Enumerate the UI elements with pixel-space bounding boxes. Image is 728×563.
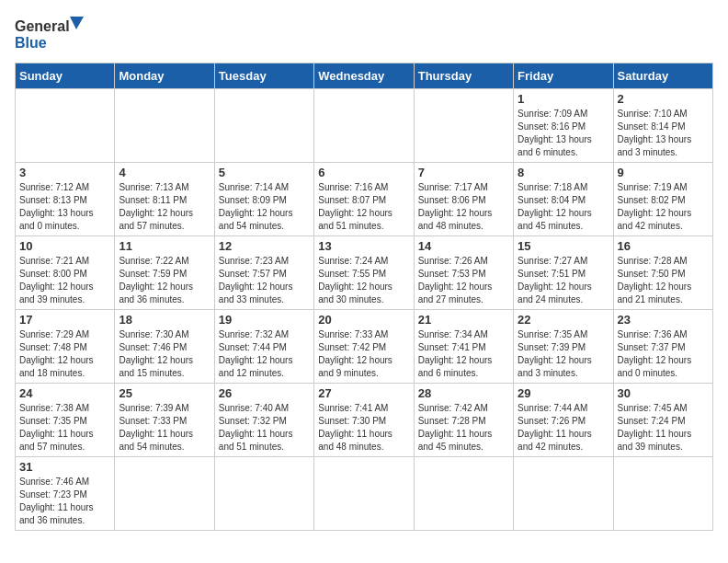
day-info: Sunrise: 7:44 AM Sunset: 7:26 PM Dayligh… (518, 402, 609, 454)
calendar-cell: 13Sunrise: 7:24 AM Sunset: 7:55 PM Dayli… (314, 236, 414, 310)
day-number: 2 (618, 92, 709, 106)
day-info: Sunrise: 7:24 AM Sunset: 7:55 PM Dayligh… (318, 255, 409, 306)
day-number: 27 (318, 386, 409, 400)
calendar-cell: 18Sunrise: 7:30 AM Sunset: 7:46 PM Dayli… (115, 310, 214, 384)
day-number: 23 (618, 313, 709, 327)
calendar-cell: 22Sunrise: 7:35 AM Sunset: 7:39 PM Dayli… (514, 310, 613, 384)
calendar-cell (414, 457, 513, 531)
day-info: Sunrise: 7:18 AM Sunset: 8:04 PM Dayligh… (518, 181, 609, 233)
calendar-cell: 16Sunrise: 7:28 AM Sunset: 7:50 PM Dayli… (613, 236, 712, 310)
day-header-sunday: Sunday (16, 63, 115, 89)
calendar-cell: 9Sunrise: 7:19 AM Sunset: 8:02 PM Daylig… (613, 163, 712, 236)
calendar-cell: 3Sunrise: 7:12 AM Sunset: 8:13 PM Daylig… (16, 163, 115, 236)
day-header-friday: Friday (514, 63, 613, 89)
day-number: 20 (318, 313, 409, 327)
calendar-week-2: 3Sunrise: 7:12 AM Sunset: 8:13 PM Daylig… (16, 163, 713, 236)
day-number: 12 (219, 239, 310, 253)
calendar-week-1: 1Sunrise: 7:09 AM Sunset: 8:16 PM Daylig… (16, 89, 713, 163)
day-info: Sunrise: 7:22 AM Sunset: 7:59 PM Dayligh… (119, 255, 210, 306)
day-info: Sunrise: 7:21 AM Sunset: 8:00 PM Dayligh… (19, 255, 110, 306)
day-number: 30 (618, 386, 709, 400)
calendar-cell (115, 457, 214, 531)
day-number: 15 (518, 239, 609, 253)
day-info: Sunrise: 7:27 AM Sunset: 7:51 PM Dayligh… (518, 255, 609, 306)
day-info: Sunrise: 7:33 AM Sunset: 7:42 PM Dayligh… (318, 328, 409, 380)
day-header-tuesday: Tuesday (214, 63, 313, 89)
calendar-week-3: 10Sunrise: 7:21 AM Sunset: 8:00 PM Dayli… (16, 236, 713, 310)
day-number: 11 (119, 239, 210, 253)
day-number: 6 (318, 166, 409, 179)
day-header-monday: Monday (115, 63, 214, 89)
calendar-table: SundayMondayTuesdayWednesdayThursdayFrid… (15, 63, 713, 531)
day-number: 31 (19, 460, 110, 474)
day-info: Sunrise: 7:17 AM Sunset: 8:06 PM Dayligh… (418, 181, 509, 233)
calendar-cell: 12Sunrise: 7:23 AM Sunset: 7:57 PM Dayli… (214, 236, 313, 310)
day-header-wednesday: Wednesday (314, 63, 414, 89)
calendar-cell: 4Sunrise: 7:13 AM Sunset: 8:11 PM Daylig… (115, 163, 214, 236)
day-number: 24 (19, 386, 110, 400)
day-number: 18 (119, 313, 210, 327)
calendar-cell: 19Sunrise: 7:32 AM Sunset: 7:44 PM Dayli… (214, 310, 313, 384)
day-number: 8 (518, 166, 609, 179)
day-info: Sunrise: 7:23 AM Sunset: 7:57 PM Dayligh… (219, 255, 310, 306)
day-info: Sunrise: 7:42 AM Sunset: 7:28 PM Dayligh… (418, 402, 509, 454)
calendar-cell: 20Sunrise: 7:33 AM Sunset: 7:42 PM Dayli… (314, 310, 414, 384)
day-info: Sunrise: 7:12 AM Sunset: 8:13 PM Dayligh… (19, 181, 110, 233)
calendar-cell: 17Sunrise: 7:29 AM Sunset: 7:48 PM Dayli… (16, 310, 115, 384)
calendar-cell: 10Sunrise: 7:21 AM Sunset: 8:00 PM Dayli… (16, 236, 115, 310)
day-number: 5 (219, 166, 310, 179)
calendar-cell: 11Sunrise: 7:22 AM Sunset: 7:59 PM Dayli… (115, 236, 214, 310)
day-number: 13 (318, 239, 409, 253)
day-info: Sunrise: 7:16 AM Sunset: 8:07 PM Dayligh… (318, 181, 409, 233)
calendar-cell (314, 457, 414, 531)
day-info: Sunrise: 7:13 AM Sunset: 8:11 PM Dayligh… (119, 181, 210, 233)
calendar-cell: 26Sunrise: 7:40 AM Sunset: 7:32 PM Dayli… (214, 384, 313, 457)
day-number: 10 (19, 239, 110, 253)
calendar-cell: 6Sunrise: 7:16 AM Sunset: 8:07 PM Daylig… (314, 163, 414, 236)
calendar-week-5: 24Sunrise: 7:38 AM Sunset: 7:35 PM Dayli… (16, 384, 713, 457)
day-info: Sunrise: 7:29 AM Sunset: 7:48 PM Dayligh… (19, 328, 110, 380)
day-number: 22 (518, 313, 609, 327)
svg-text:Blue: Blue (15, 35, 47, 51)
day-number: 25 (119, 386, 210, 400)
calendar-cell: 28Sunrise: 7:42 AM Sunset: 7:28 PM Dayli… (414, 384, 513, 457)
day-info: Sunrise: 7:14 AM Sunset: 8:09 PM Dayligh… (219, 181, 310, 233)
day-number: 29 (518, 386, 609, 400)
day-info: Sunrise: 7:28 AM Sunset: 7:50 PM Dayligh… (618, 255, 709, 306)
day-number: 1 (518, 92, 609, 106)
calendar-cell: 24Sunrise: 7:38 AM Sunset: 7:35 PM Dayli… (16, 384, 115, 457)
page-header: GeneralBlue (15, 15, 713, 55)
day-number: 4 (119, 166, 210, 179)
calendar-cell (16, 89, 115, 163)
calendar-cell (214, 89, 313, 163)
day-info: Sunrise: 7:19 AM Sunset: 8:02 PM Dayligh… (618, 181, 709, 233)
calendar-header-row: SundayMondayTuesdayWednesdayThursdayFrid… (16, 63, 713, 89)
day-info: Sunrise: 7:09 AM Sunset: 8:16 PM Dayligh… (518, 108, 609, 159)
calendar-cell: 31Sunrise: 7:46 AM Sunset: 7:23 PM Dayli… (16, 457, 115, 531)
day-info: Sunrise: 7:38 AM Sunset: 7:35 PM Dayligh… (19, 402, 110, 454)
svg-marker-1 (70, 17, 84, 29)
calendar-cell: 27Sunrise: 7:41 AM Sunset: 7:30 PM Dayli… (314, 384, 414, 457)
calendar-cell: 7Sunrise: 7:17 AM Sunset: 8:06 PM Daylig… (414, 163, 513, 236)
day-info: Sunrise: 7:10 AM Sunset: 8:14 PM Dayligh… (618, 108, 709, 159)
calendar-cell: 21Sunrise: 7:34 AM Sunset: 7:41 PM Dayli… (414, 310, 513, 384)
day-header-saturday: Saturday (613, 63, 712, 89)
calendar-cell (414, 89, 513, 163)
calendar-cell: 15Sunrise: 7:27 AM Sunset: 7:51 PM Dayli… (514, 236, 613, 310)
day-header-thursday: Thursday (414, 63, 513, 89)
day-info: Sunrise: 7:41 AM Sunset: 7:30 PM Dayligh… (318, 402, 409, 454)
calendar-cell (613, 457, 712, 531)
calendar-cell (115, 89, 214, 163)
day-number: 7 (418, 166, 509, 179)
calendar-week-4: 17Sunrise: 7:29 AM Sunset: 7:48 PM Dayli… (16, 310, 713, 384)
day-info: Sunrise: 7:45 AM Sunset: 7:24 PM Dayligh… (618, 402, 709, 454)
logo-svg: GeneralBlue (15, 15, 88, 55)
day-number: 9 (618, 166, 709, 179)
calendar-cell (514, 457, 613, 531)
calendar-cell: 29Sunrise: 7:44 AM Sunset: 7:26 PM Dayli… (514, 384, 613, 457)
calendar-cell: 30Sunrise: 7:45 AM Sunset: 7:24 PM Dayli… (613, 384, 712, 457)
day-info: Sunrise: 7:40 AM Sunset: 7:32 PM Dayligh… (219, 402, 310, 454)
calendar-cell: 1Sunrise: 7:09 AM Sunset: 8:16 PM Daylig… (514, 89, 613, 163)
day-info: Sunrise: 7:36 AM Sunset: 7:37 PM Dayligh… (618, 328, 709, 380)
day-number: 21 (418, 313, 509, 327)
